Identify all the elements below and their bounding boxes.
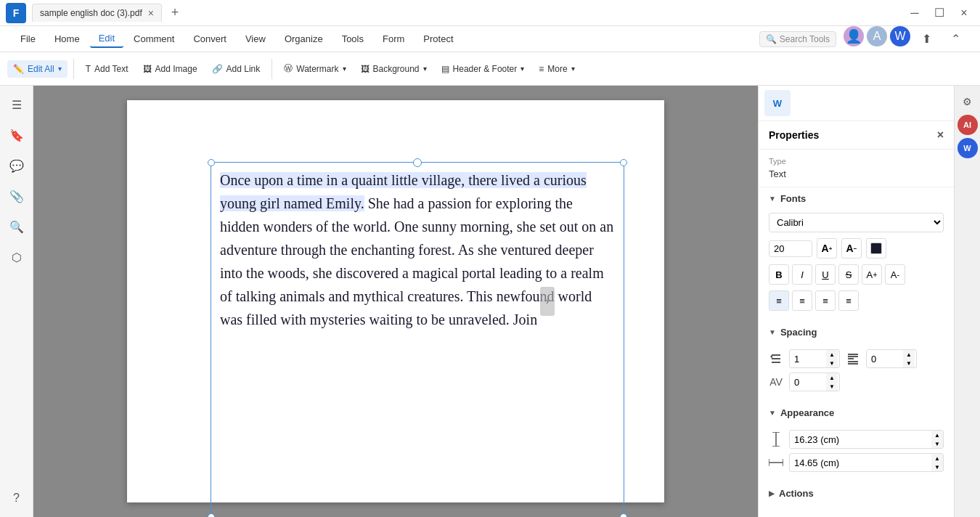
sidebar-attachments-icon[interactable]: 📎 <box>4 183 30 209</box>
width-input[interactable] <box>790 455 931 471</box>
close-button[interactable]: × <box>954 3 974 23</box>
menu-organize[interactable]: Organize <box>276 30 332 47</box>
background-button[interactable]: 🖼 Background ▾ <box>355 60 433 78</box>
word-assistant-icon[interactable]: W <box>957 138 978 158</box>
tab-close-icon[interactable]: × <box>148 7 154 19</box>
decrease-font-btn[interactable]: A− <box>841 238 862 258</box>
font-color-btn[interactable] <box>866 238 886 258</box>
menu-home[interactable]: Home <box>46 30 89 47</box>
menu-convert[interactable]: Convert <box>184 30 235 47</box>
subscript-button[interactable]: A- <box>885 264 905 285</box>
panel-icon-word[interactable]: W <box>764 90 791 116</box>
superscript-button[interactable]: A+ <box>862 264 882 285</box>
char-spacing-down[interactable]: ▼ <box>826 382 838 391</box>
handle-bottom-left[interactable] <box>208 513 215 517</box>
fonts-section-title[interactable]: ▼ Fonts <box>759 187 954 210</box>
svg-rect-7 <box>848 361 858 362</box>
paragraph-spacing-down[interactable]: ▼ <box>903 359 915 367</box>
height-input[interactable] <box>790 432 931 447</box>
sidebar-pages-icon[interactable]: ☰ <box>4 91 30 118</box>
char-spacing-icon: AV <box>769 375 783 389</box>
add-image-button[interactable]: 🖼 Add Image <box>137 60 203 78</box>
text-box[interactable]: Once upon a time in a quaint little vill… <box>211 162 624 517</box>
line-spacing-input[interactable] <box>790 351 826 367</box>
document-tab[interactable]: sample english doc (3).pdf × <box>32 4 162 22</box>
toolbar-divider-2 <box>271 59 272 79</box>
align-right-button[interactable]: ≡ <box>815 290 836 311</box>
italic-button[interactable]: I <box>792 264 812 285</box>
line-spacing-down[interactable]: ▼ <box>826 359 838 367</box>
menu-tools[interactable]: Tools <box>333 30 372 47</box>
width-up[interactable]: ▲ <box>931 454 943 463</box>
line-spacing-up[interactable]: ▲ <box>826 350 838 359</box>
spacing-section: ▼ Spacing ▲ ▼ <box>759 321 954 402</box>
header-footer-button[interactable]: ▤ Header & Footer ▾ <box>436 60 531 78</box>
menu-file[interactable]: File <box>12 30 44 47</box>
minimize-button[interactable]: ─ <box>905 3 925 23</box>
expand-panel-btn[interactable]: › <box>540 287 555 316</box>
paragraph-spacing-up[interactable]: ▲ <box>903 350 915 359</box>
chat-icon[interactable]: A <box>867 26 887 46</box>
handle-top-left[interactable] <box>208 159 215 166</box>
font-family-select[interactable]: Calibri <box>769 213 944 232</box>
actions-section-title[interactable]: ▶ Actions <box>759 482 954 505</box>
appearance-content: ▲ ▼ ▲ ▼ <box>759 424 954 482</box>
fonts-content: Calibri A+ A− B I U S A+ A- <box>759 210 954 321</box>
more-button[interactable]: ≡ More ▾ <box>533 60 580 78</box>
align-justify-button[interactable]: ≡ <box>838 290 859 311</box>
title-bar: F sample english doc (3).pdf × + ─ ☐ × <box>0 0 980 26</box>
pdf-viewer[interactable]: Once upon a time in a quaint little vill… <box>33 86 758 517</box>
bold-button[interactable]: B <box>769 264 789 285</box>
ai-assistant-icon[interactable]: AI <box>957 115 978 135</box>
edit-all-button[interactable]: ✏️ Edit All ▾ <box>7 60 68 78</box>
spacing-section-title[interactable]: ▼ Spacing <box>759 321 954 343</box>
handle-top-right[interactable] <box>620 159 627 166</box>
underline-button[interactable]: U <box>815 264 836 285</box>
font-size-input[interactable] <box>769 240 812 257</box>
search-tools[interactable]: 🔍 Search Tools <box>759 31 836 47</box>
sidebar-search-icon[interactable]: 🔍 <box>4 213 30 240</box>
menu-view[interactable]: View <box>237 30 274 47</box>
panel-settings-icon[interactable]: ⚙ <box>957 91 978 112</box>
appearance-section: ▼ Appearance ▲ ▼ <box>759 402 954 482</box>
pdf-page: Once upon a time in a quaint little vill… <box>127 100 664 502</box>
align-center-button[interactable]: ≡ <box>792 290 812 311</box>
add-tab-button[interactable]: + <box>165 3 185 23</box>
window-controls: ─ ☐ × <box>905 3 974 23</box>
menu-comment[interactable]: Comment <box>125 30 183 47</box>
strikethrough-button[interactable]: S <box>838 264 859 285</box>
width-down[interactable]: ▼ <box>931 463 943 471</box>
panel-title: Properties <box>769 129 819 141</box>
height-down[interactable]: ▼ <box>931 439 943 448</box>
sidebar-help-icon[interactable]: ? <box>4 485 30 511</box>
char-spacing-row: AV ▲ ▼ <box>769 373 944 391</box>
word-icon[interactable]: W <box>890 26 910 46</box>
sidebar-layers-icon[interactable]: ⬡ <box>4 244 30 270</box>
paragraph-spacing-input[interactable] <box>867 351 903 367</box>
menu-form[interactable]: Form <box>374 30 413 47</box>
char-spacing-input[interactable] <box>790 375 826 390</box>
sidebar-bookmarks-icon[interactable]: 🔖 <box>4 122 30 148</box>
upload-icon[interactable]: ⬆ <box>913 26 939 52</box>
svg-rect-1 <box>772 358 780 359</box>
height-up[interactable]: ▲ <box>931 431 943 439</box>
appearance-section-title[interactable]: ▼ Appearance <box>759 402 954 424</box>
maximize-button[interactable]: ☐ <box>929 3 950 23</box>
increase-font-btn[interactable]: A+ <box>817 238 837 258</box>
profile-icon[interactable]: 👤 <box>844 26 864 46</box>
menu-edit[interactable]: Edit <box>90 30 123 48</box>
handle-bottom-right[interactable] <box>620 513 627 517</box>
pdf-text-content: Once upon a time in a quaint little vill… <box>211 163 624 337</box>
add-text-button[interactable]: T Add Text <box>80 60 134 78</box>
panel-close-icon[interactable]: × <box>937 129 944 142</box>
char-spacing-up[interactable]: ▲ <box>826 373 838 382</box>
paragraph-spacing-stepper: ▲ ▼ <box>903 350 915 367</box>
menu-protect[interactable]: Protect <box>415 30 462 47</box>
add-link-button[interactable]: 🔗 Add Link <box>206 60 266 78</box>
align-left-button[interactable]: ≡ <box>769 290 789 311</box>
collapse-icon[interactable]: ⌃ <box>942 26 968 52</box>
watermark-button[interactable]: Ⓦ Watermark ▾ <box>278 59 351 78</box>
sidebar-comments-icon[interactable]: 💬 <box>4 152 30 179</box>
right-edge: ⚙ AI W <box>954 86 980 517</box>
svg-rect-8 <box>848 363 858 365</box>
